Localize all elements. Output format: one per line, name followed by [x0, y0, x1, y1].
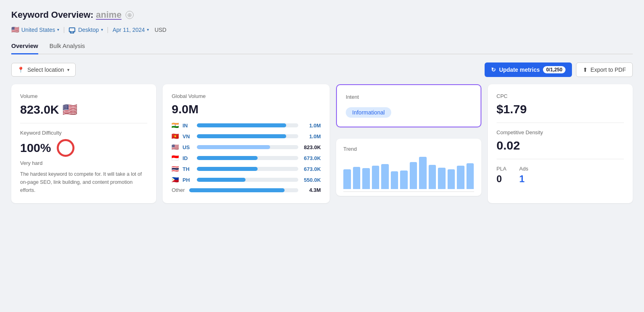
country-bar-fill	[197, 167, 258, 171]
tabs-container: Overview Bulk Analysis	[11, 42, 633, 54]
trend-card: Trend	[336, 139, 481, 196]
country-row: 🇮🇳 IN 1.0M	[171, 122, 321, 129]
card-divider-1	[20, 123, 147, 123]
cpc-divider	[497, 123, 624, 123]
date-selector[interactable]: Apr 11, 2024 ▾	[113, 27, 149, 33]
export-pdf-button[interactable]: ⬆ Export to PDF	[576, 62, 633, 77]
pla-value: 0	[497, 173, 507, 185]
pla-item: PLA 0	[497, 166, 507, 185]
trend-bar	[343, 169, 351, 189]
cpc-card: CPC $1.79 Competitive Density 0.02 PLA 0…	[488, 84, 633, 203]
country-row: 🇮🇩 ID 673.0K	[171, 154, 321, 162]
country-value: 673.0K	[301, 155, 321, 161]
toolbar-right: ↻ Update metrics 0/1,250 ⬆ Export to PDF	[485, 62, 633, 77]
separator-2: |	[107, 26, 109, 33]
country-bar-bg	[197, 178, 298, 182]
pla-label: PLA	[497, 166, 507, 172]
trend-bar	[429, 165, 436, 189]
kd-description: The hardest keyword to compete for. It w…	[20, 170, 147, 194]
country-value: 1.0M	[301, 133, 321, 139]
tab-bulk-analysis[interactable]: Bulk Analysis	[50, 42, 85, 54]
country-flag-icon: 🇵🇭	[171, 176, 179, 183]
country-bar-bg	[197, 134, 298, 138]
country-row: 🇵🇭 PH 550.0K	[171, 176, 321, 183]
country-value: 550.0K	[301, 177, 321, 183]
other-bar-fill	[189, 188, 285, 192]
sub-header: 🇺🇸 United States ▾ | Desktop ▾ | Apr 11,…	[11, 26, 633, 33]
date-label: Apr 11, 2024	[113, 27, 145, 33]
country-code: PH	[182, 177, 194, 183]
cards-grid: Volume 823.0K 🇺🇸 Keyword Difficulty 100%…	[11, 84, 633, 203]
comp-divider	[497, 159, 624, 159]
select-location-button[interactable]: 📍 Select location ▾	[11, 63, 76, 77]
cpc-value: $1.79	[497, 102, 624, 116]
country-bar-bg	[197, 156, 298, 160]
other-label: Other	[171, 187, 186, 193]
title-prefix: Keyword Overview:	[11, 10, 96, 20]
kd-row: 100%	[20, 139, 147, 157]
other-value: 4.3M	[301, 187, 321, 193]
global-volume-card: Global Volume 9.0M 🇮🇳 IN 1.0M 🇻🇳 VN 1.0M…	[163, 84, 330, 203]
cpc-label: CPC	[497, 93, 624, 99]
date-chevron-icon: ▾	[147, 27, 149, 32]
country-bar-bg	[197, 167, 298, 171]
country-code: VN	[182, 133, 194, 139]
us-flag-icon: 🇺🇸	[11, 26, 19, 33]
intent-card: Intent Informational	[336, 84, 481, 127]
global-volume-value: 9.0M	[171, 102, 321, 116]
global-volume-label: Global Volume	[171, 93, 321, 99]
trend-bar	[381, 164, 389, 189]
update-metrics-label: Update metrics	[499, 67, 540, 73]
country-code: US	[182, 144, 194, 150]
ads-value: 1	[519, 173, 528, 185]
country-flag-icon: 🇻🇳	[171, 133, 179, 140]
country-row: 🇹🇭 TH 673.0K	[171, 165, 321, 173]
keyword-difficulty-label: Keyword Difficulty	[20, 130, 147, 136]
pla-ads-row: PLA 0 Ads 1	[497, 166, 624, 185]
location-label: United States	[21, 27, 55, 33]
country-code: TH	[182, 166, 194, 172]
country-code: IN	[182, 123, 194, 129]
separator-1: |	[63, 26, 65, 33]
country-row: 🇻🇳 VN 1.0M	[171, 133, 321, 140]
kd-hard-label: Very hard	[20, 160, 147, 166]
location-chevron-icon: ▾	[57, 27, 59, 32]
export-icon: ⬆	[583, 67, 588, 73]
kd-circle-icon	[57, 139, 74, 157]
volume-flag-icon: 🇺🇸	[62, 102, 77, 116]
currency-label: USD	[155, 27, 167, 33]
add-keyword-icon[interactable]: ⊕	[126, 11, 134, 19]
intent-label: Intent	[346, 94, 471, 100]
country-flag-icon: 🇮🇳	[171, 122, 179, 129]
trend-bar	[466, 163, 474, 189]
trend-bar	[410, 162, 417, 189]
country-flag-icon: 🇹🇭	[171, 165, 179, 173]
country-bar-fill	[197, 156, 258, 160]
trend-bar	[362, 168, 370, 189]
country-list: 🇮🇳 IN 1.0M 🇻🇳 VN 1.0M 🇺🇸 US 823.0K 🇮🇩 ID	[171, 122, 321, 193]
other-row: Other 4.3M	[171, 187, 321, 193]
intent-trend-column: Intent Informational Trend	[336, 84, 481, 203]
trend-bar	[391, 171, 398, 189]
trend-bar	[353, 167, 361, 189]
comp-density-label: Competitive Density	[497, 129, 624, 135]
location-dropdown-chevron-icon: ▾	[67, 67, 70, 73]
tab-overview[interactable]: Overview	[11, 42, 38, 54]
keyword-text: anime	[96, 10, 122, 20]
other-bar-bg	[189, 188, 298, 192]
device-selector[interactable]: Desktop ▾	[69, 27, 103, 33]
export-label: Export to PDF	[590, 67, 626, 73]
comp-density-value: 0.02	[497, 139, 624, 152]
select-location-label: Select location	[27, 67, 64, 73]
monitor-icon	[69, 27, 75, 32]
country-bar-fill	[197, 145, 270, 149]
location-selector[interactable]: 🇺🇸 United States ▾	[11, 26, 59, 33]
country-bar-fill	[197, 123, 286, 127]
volume-card: Volume 823.0K 🇺🇸 Keyword Difficulty 100%…	[11, 84, 156, 203]
volume-value: 823.0K 🇺🇸	[20, 102, 147, 116]
country-value: 1.0M	[301, 123, 321, 129]
update-metrics-button[interactable]: ↻ Update metrics 0/1,250	[485, 62, 572, 77]
intent-badge: Informational	[346, 107, 391, 118]
chart-baseline	[343, 191, 474, 192]
country-code: ID	[182, 155, 194, 161]
